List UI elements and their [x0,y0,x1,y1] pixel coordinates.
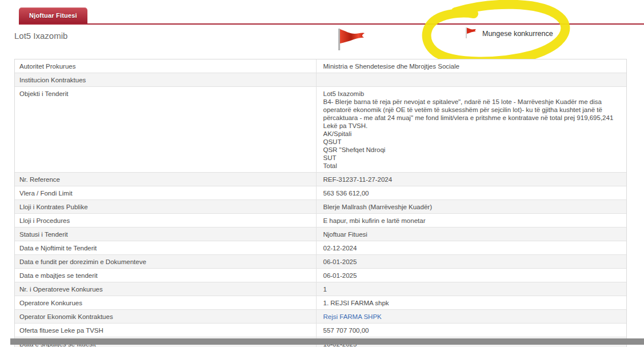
table-row: Oferta fituese Leke pa TVSH557 707 700,0… [15,324,626,337]
row-label: Nr. Reference [15,173,317,186]
annotation-label: Mungese konkurrence [482,30,553,38]
tab-njoftuar-fituesi[interactable]: Njoftuar Fituesi [19,7,87,23]
page: Njoftuar Fituesi Lot5 Ixazomib Mungese k… [0,0,644,347]
row-label: Lloji i Procedures [15,214,317,227]
row-label: Autoritet Prokurues [15,59,317,73]
row-value: Ministria e Shendetesise dhe Mbrojtjes S… [317,59,627,73]
table-row: Data e mbajtjes se tenderit06-01-2025 [15,269,626,282]
row-label: Oferta fituese Leke pa TVSH [15,324,317,337]
red-flag-icon [336,26,368,52]
table-row: Nr. ReferenceREF-31237-11-27-2024 [15,173,626,186]
table-row: Operator Ekonomik KontraktuesRejsi FARMA… [15,310,626,324]
table-row: Autoritet ProkuruesMinistria e Shendetes… [15,59,626,73]
tab-label: Njoftuar Fituesi [29,12,77,19]
row-value: Njoftuar Fituesi [317,228,627,241]
table-row: Vlera / Fondi Limit563 536 612,00 [15,186,626,200]
row-value: 557 707 700,00 [317,324,627,337]
row-value: 06-01-2025 [317,255,627,268]
red-flag-small-icon [465,26,477,40]
row-label: Nr. i Operatoreve Konkurues [15,282,317,296]
row-label: Data e mbajtjes se tenderit [15,269,317,282]
row-value: REF-31237-11-27-2024 [317,173,627,186]
table-row: Data e Njoftimit te Tenderit02-12-2024 [15,241,626,255]
table-row: Institucion Kontraktues [15,73,626,87]
table-row: Data e fundit per dorezimin e Dokumentev… [15,255,626,269]
row-label: Institucion Kontraktues [15,73,317,86]
row-value: Lot5 Ixazomib B4- Blerje barna të reja p… [317,87,627,172]
row-label: Statusi i Tenderit [15,228,317,241]
row-value: Blerje Mallrash (Marrëveshje Kuadër) [317,200,627,213]
row-label: Vlera / Fondi Limit [15,186,317,200]
row-label: Data e Njoftimit te Tenderit [15,241,317,254]
table-row: Operatore Konkurues1. REJSI FARMA shpk [15,296,626,310]
row-label: Data e fundit per dorezimin e Dokumentev… [15,255,317,268]
row-value: 1 [317,282,627,296]
row-label: Operator Ekonomik Kontraktues [15,310,317,323]
row-value [317,73,627,86]
tender-info-table: Autoritet ProkuruesMinistria e Shendetes… [14,59,627,347]
tab-bottom-rule [19,23,644,25]
row-label: Lloji i Kontrates Publike [15,200,317,213]
table-row: Statusi i TenderitNjoftuar Fituesi [15,228,626,241]
row-value: E hapur, mbi kufirin e lartë monetar [317,214,627,227]
table-row: Nr. i Operatoreve Konkurues1 [15,282,626,296]
row-label: Objekti i Tenderit [15,87,317,172]
page-title: Lot5 Ixazomib [14,31,67,41]
table-row: Lloji i ProceduresE hapur, mbi kufirin e… [15,214,626,228]
row-value: 563 536 612,00 [317,186,627,200]
contracted-operator-link[interactable]: Rejsi FARMA SHPK [323,313,382,320]
row-value: 06-01-2025 [317,269,627,282]
row-value: 1. REJSI FARMA shpk [317,296,627,309]
row-value: Rejsi FARMA SHPK [317,310,627,323]
table-row: Lloji i Kontrates PublikeBlerje Mallrash… [15,200,626,214]
table-row: Objekti i TenderitLot5 Ixazomib B4- Bler… [15,87,626,173]
row-value: 02-12-2024 [317,241,627,254]
row-label: Operatore Konkurues [15,296,317,309]
horizontal-scrollbar-thumb[interactable] [10,338,644,345]
